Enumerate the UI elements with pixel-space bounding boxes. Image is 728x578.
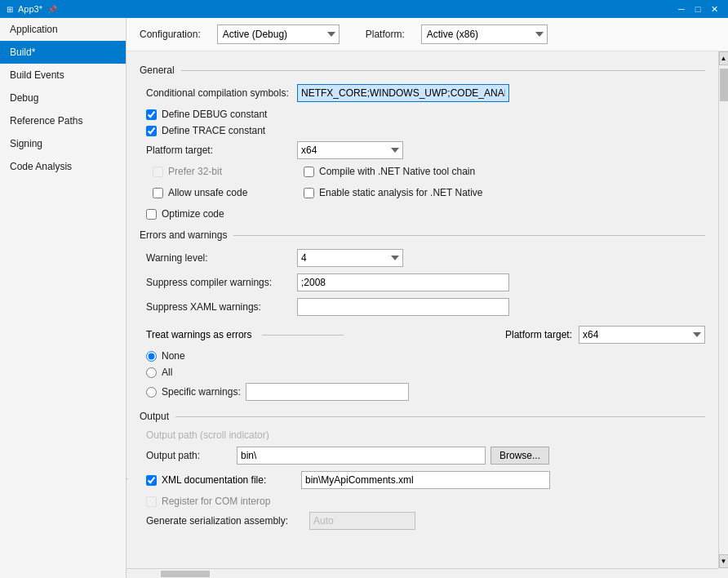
arrow-annotation — [127, 465, 127, 496]
errors-warnings-section-header: Errors and warnings — [140, 229, 705, 241]
treat-warnings-platform-select[interactable]: x64 x86 Any CPU — [579, 326, 705, 344]
arrow-svg — [127, 465, 127, 494]
pin-icon[interactable]: 📌 — [47, 5, 57, 14]
settings-content: General Conditional compilation symbols:… — [127, 51, 718, 568]
conditional-symbols-input[interactable] — [297, 84, 509, 102]
output-path-input[interactable] — [237, 447, 486, 465]
scroll-up-button[interactable]: ▲ — [719, 51, 729, 65]
title-bar-left: ⊞ App3* 📌 — [7, 4, 57, 14]
suppress-xaml-row: Suppress XAML warnings: — [140, 298, 705, 316]
suppress-compiler-row: Suppress compiler warnings: — [140, 273, 705, 291]
xml-doc-checkbox[interactable] — [146, 475, 157, 486]
radio-all-label[interactable]: All — [162, 367, 172, 378]
treat-warnings-label: Treat warnings as errors — [140, 329, 252, 340]
define-debug-label[interactable]: Define DEBUG constant — [162, 109, 267, 120]
optimize-row: Optimize code — [140, 208, 705, 220]
warning-level-select[interactable]: 4 0 1 2 3 — [297, 249, 403, 267]
treat-warnings-header-row: Treat warnings as errors Platform target… — [140, 326, 705, 344]
sidebar-item-debug[interactable]: Debug — [0, 87, 126, 109]
treat-warnings-platform-label: Platform target: — [505, 329, 572, 340]
generate-serialization-select: Auto On Off — [309, 512, 415, 530]
output-section-header: Output — [140, 411, 705, 422]
vertical-scrollbar[interactable]: ▲ ▼ — [718, 51, 728, 568]
register-com-label: Register for COM interop — [162, 496, 270, 507]
conditional-symbols-label: Conditional compilation symbols: — [146, 87, 297, 99]
title-bar: ⊞ App3* 📌 ─ □ ✕ — [0, 0, 728, 18]
generate-serialization-row: Generate serialization assembly: Auto On… — [140, 512, 705, 530]
sidebar-item-code-analysis[interactable]: Code Analysis — [0, 155, 126, 178]
output-path-row: Output path: Browse... — [140, 447, 705, 465]
allow-unsafe-checkbox[interactable] — [153, 188, 163, 198]
suppress-xaml-input[interactable] — [297, 298, 509, 316]
sidebar-item-signing[interactable]: Signing — [0, 132, 126, 155]
maximize-button[interactable]: □ — [690, 2, 705, 16]
sidebar-item-reference-paths[interactable]: Reference Paths — [0, 109, 126, 132]
radio-specific-label[interactable]: Specific warnings: — [162, 386, 241, 398]
suppress-compiler-label: Suppress compiler warnings: — [146, 277, 297, 288]
two-col-checkboxes-2: Allow unsafe code Enable static analysis… — [140, 187, 705, 203]
partial-text: Output path (scroll indicator) — [146, 430, 269, 440]
enable-static-label[interactable]: Enable static analysis for .NET Native — [319, 187, 483, 198]
platform-target-label: Platform target: — [146, 144, 297, 156]
suppress-xaml-label: Suppress XAML warnings: — [146, 301, 297, 313]
warning-level-row: Warning level: 4 0 1 2 3 — [140, 249, 705, 267]
define-debug-checkbox[interactable] — [146, 109, 157, 120]
configuration-label: Configuration: — [140, 29, 201, 40]
minimize-button[interactable]: ─ — [674, 2, 689, 16]
scroll-down-button[interactable]: ▼ — [719, 554, 729, 568]
conditional-symbols-row: Conditional compilation symbols: — [140, 84, 705, 102]
radio-group: None All Specific warnings: — [140, 350, 705, 401]
configuration-select[interactable]: Active (Debug) Debug Release — [217, 24, 340, 44]
platform-target-select[interactable]: x64 x86 Any CPU — [297, 141, 403, 159]
prefer-32bit-row: Prefer 32-bit — [146, 166, 297, 177]
prefer-32bit-checkbox — [153, 167, 163, 177]
register-com-checkbox — [146, 496, 157, 507]
specific-warnings-input[interactable] — [246, 383, 409, 401]
warning-level-label: Warning level: — [146, 252, 297, 264]
sidebar-item-build[interactable]: Build* — [0, 41, 126, 64]
xml-doc-row: XML documentation file: — [140, 471, 705, 489]
browse-button[interactable]: Browse... — [491, 447, 549, 465]
compile-native-row: Compile with .NET Native tool chain — [297, 166, 705, 177]
radio-none-label[interactable]: None — [162, 350, 185, 362]
define-debug-row: Define DEBUG constant — [140, 109, 705, 120]
title-bar-title: App3* — [18, 4, 42, 14]
compile-native-label[interactable]: Compile with .NET Native tool chain — [319, 166, 475, 177]
radio-all[interactable] — [146, 367, 157, 378]
treat-warnings-platform-row: Platform target: x64 x86 Any CPU — [505, 326, 705, 344]
h-scroll-thumb[interactable] — [161, 571, 210, 577]
scroll-thumb[interactable] — [720, 69, 728, 101]
treat-warnings-header: Treat warnings as errors — [140, 329, 489, 340]
generate-serialization-label: Generate serialization assembly: — [146, 515, 309, 527]
sidebar-item-application[interactable]: Application — [0, 18, 126, 41]
two-col-checkboxes: Prefer 32-bit Compile with .NET Native t… — [140, 166, 705, 182]
compile-native-checkbox[interactable] — [304, 167, 314, 177]
app-icon: ⊞ — [7, 5, 13, 14]
register-com-row: Register for COM interop — [140, 496, 705, 507]
title-bar-controls: ─ □ ✕ — [674, 2, 721, 16]
platform-select[interactable]: Active (x86) x86 x64 Any CPU — [421, 24, 548, 44]
close-button[interactable]: ✕ — [707, 2, 721, 16]
sidebar-item-build-events[interactable]: Build Events — [0, 64, 126, 87]
radio-all-row: All — [146, 367, 705, 378]
xml-doc-label[interactable]: XML documentation file: — [162, 474, 296, 486]
platform-label: Platform: — [366, 29, 405, 40]
allow-unsafe-row: Allow unsafe code — [146, 187, 297, 198]
xml-doc-input[interactable] — [301, 471, 550, 489]
horizontal-scrollbar[interactable] — [127, 568, 718, 578]
define-trace-row: Define TRACE constant — [140, 125, 705, 136]
radio-specific[interactable] — [146, 387, 157, 398]
sidebar: Application Build* Build Events Debug Re… — [0, 18, 127, 578]
optimize-checkbox[interactable] — [146, 209, 157, 220]
optimize-label[interactable]: Optimize code — [162, 208, 224, 220]
suppress-compiler-input[interactable] — [297, 273, 509, 291]
enable-static-checkbox[interactable] — [304, 188, 314, 198]
define-trace-label[interactable]: Define TRACE constant — [162, 125, 265, 136]
allow-unsafe-label[interactable]: Allow unsafe code — [168, 187, 247, 198]
radio-specific-row: Specific warnings: — [146, 383, 705, 401]
radio-none[interactable] — [146, 351, 157, 362]
general-section-header: General — [140, 64, 705, 76]
treat-warnings-section: Treat warnings as errors Platform target… — [140, 326, 705, 401]
config-platform-bar: Configuration: Active (Debug) Debug Rele… — [127, 18, 728, 51]
define-trace-checkbox[interactable] — [146, 126, 157, 136]
